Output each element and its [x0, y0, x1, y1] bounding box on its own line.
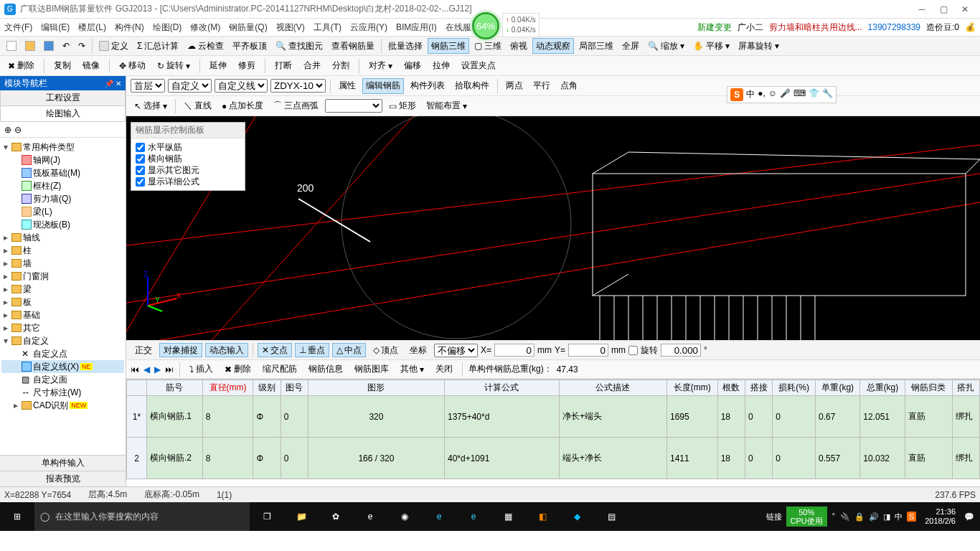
- view-rebar-button[interactable]: 查看钢筋量: [328, 38, 378, 54]
- rebar-lib-button[interactable]: 钢筋图库: [351, 362, 392, 377]
- floor-select[interactable]: 首层: [131, 79, 165, 93]
- rebar-info-button[interactable]: 钢筋信息: [305, 362, 347, 377]
- close-table-button[interactable]: 关闭: [432, 362, 456, 377]
- screen-rotate-button[interactable]: 屏幕旋转 ▾: [735, 38, 783, 54]
- tray-up-icon[interactable]: ˄: [831, 512, 836, 522]
- define-button[interactable]: 定义: [95, 38, 132, 54]
- select-button[interactable]: ↖ 选择 ▾: [131, 98, 171, 114]
- menu-rebar[interactable]: 钢筋量(Q): [229, 22, 267, 34]
- ime-emoji-icon[interactable]: ☺: [768, 88, 777, 101]
- stretch-button[interactable]: 拉伸: [429, 58, 453, 74]
- rebar-display-panel[interactable]: 钢筋显示控制面板 水平纵筋 横向钢筋 显示其它图元 显示详细公式: [131, 122, 245, 191]
- menu-tools[interactable]: 工具(T): [314, 22, 341, 34]
- tray-power-icon[interactable]: 🔌: [840, 512, 850, 522]
- tray-volume-icon[interactable]: 🔊: [869, 512, 879, 522]
- other-button[interactable]: 其他 ▾: [397, 362, 428, 377]
- sum-button[interactable]: Σ 汇总计算: [133, 38, 182, 54]
- two-point-button[interactable]: 两点: [502, 78, 527, 94]
- dyn-toggle[interactable]: 动态输入: [205, 343, 248, 357]
- tab-single-input[interactable]: 单构件输入: [0, 455, 126, 471]
- minimize-button[interactable]: ─: [911, 1, 933, 18]
- app-icon-2[interactable]: ▦: [491, 502, 525, 531]
- sogou-icon[interactable]: S: [730, 88, 743, 101]
- mid-snap[interactable]: △ 中点: [332, 343, 366, 357]
- expand-icon[interactable]: ⊕: [4, 125, 11, 135]
- last-icon[interactable]: ⏭: [165, 364, 174, 375]
- explorer-icon[interactable]: 📁: [284, 502, 319, 531]
- opt-detail[interactable]: 显示详细公式: [136, 176, 240, 187]
- edit-rebar-button[interactable]: 编辑钢筋: [362, 78, 404, 94]
- ime-toolbar[interactable]: S 中 ●, ☺ 🎤 ⌨ 👕 🔧: [727, 86, 837, 103]
- table-row[interactable]: 2 横向钢筋.28 Φ0 166 / 320 40*d+1091端头+净长 14…: [127, 438, 980, 479]
- split-button[interactable]: 分割: [329, 58, 353, 74]
- opt-trans[interactable]: 横向钢筋: [136, 153, 240, 164]
- local-3d-button[interactable]: 局部三维: [575, 38, 617, 54]
- memory-widget[interactable]: 64%: [470, 10, 501, 42]
- pan-button[interactable]: ✋ 平移 ▾: [689, 38, 733, 54]
- offset-mode[interactable]: 不偏移: [434, 344, 478, 357]
- offset-button[interactable]: 偏移: [400, 58, 425, 74]
- tray-link[interactable]: 链接: [766, 512, 782, 522]
- tab-draw-input[interactable]: 绘图输入: [0, 106, 126, 122]
- arc-mode-select[interactable]: [325, 99, 382, 113]
- opt-other[interactable]: 显示其它图元: [136, 164, 240, 176]
- rebar-table[interactable]: 筋号 直径(mm) 级别图号 图形 计算公式 公式描述 长度(mm)根数 搭接损…: [126, 379, 980, 486]
- maximize-button[interactable]: ▢: [933, 1, 954, 18]
- grip-button[interactable]: 设置夹点: [458, 58, 499, 74]
- tray-ime[interactable]: 中: [895, 512, 903, 522]
- pin-icon[interactable]: 📌 ✕: [105, 80, 121, 88]
- ortho-toggle[interactable]: 正交: [131, 343, 156, 357]
- top-view-button[interactable]: 俯视: [507, 38, 531, 54]
- arc-button[interactable]: ⌒ 三点画弧: [270, 98, 322, 114]
- point-length-button[interactable]: ● 点加长度: [218, 98, 267, 114]
- redo-icon[interactable]: ↷: [75, 38, 89, 54]
- smart-layout-button[interactable]: 智能布置 ▾: [423, 98, 471, 114]
- ime-settings-icon[interactable]: 🔧: [822, 88, 833, 101]
- end-snap[interactable]: ◇ 顶点: [369, 343, 402, 357]
- rect-button[interactable]: ▭ 矩形: [385, 98, 420, 114]
- close-button[interactable]: ✕: [954, 1, 976, 18]
- tray-lock-icon[interactable]: 🔒: [854, 512, 864, 522]
- edge-icon[interactable]: e: [353, 502, 387, 531]
- rebar-3d-button[interactable]: 钢筋三维: [428, 38, 469, 54]
- flush-slab-button[interactable]: 平齐板顶: [229, 38, 270, 54]
- tray-clock[interactable]: 21:362018/2/6: [920, 507, 960, 526]
- copy-button[interactable]: 复制: [50, 58, 75, 74]
- line-button[interactable]: ＼ 直线: [180, 98, 215, 114]
- perp-snap[interactable]: ⊥ 垂点: [295, 343, 329, 357]
- cross-snap[interactable]: ✕ 交点: [258, 343, 292, 357]
- x-input[interactable]: [494, 344, 534, 357]
- break-button[interactable]: 打断: [271, 58, 296, 74]
- next-icon[interactable]: ▶: [154, 364, 161, 375]
- taskbar-search[interactable]: ◯ 在这里输入你要搜索的内容: [34, 502, 250, 531]
- app-icon-4[interactable]: ◆: [560, 502, 594, 531]
- menu-bim[interactable]: BIM应用(I): [396, 22, 437, 34]
- scale-button[interactable]: 缩尺配筋: [259, 362, 301, 377]
- user-id[interactable]: 13907298339: [868, 22, 920, 32]
- ime-keyboard-icon[interactable]: ⌨: [793, 88, 806, 101]
- pick-button[interactable]: 拾取构件: [451, 78, 493, 94]
- menu-file[interactable]: 文件(F): [4, 22, 32, 34]
- menu-draw[interactable]: 绘图(D): [153, 22, 182, 34]
- menu-view[interactable]: 视图(V): [276, 22, 305, 34]
- open-icon[interactable]: [22, 38, 39, 54]
- tray-sogou-icon[interactable]: S: [907, 512, 916, 522]
- cpu-widget[interactable]: 50%CPU使用: [786, 507, 827, 527]
- tray-notifications-icon[interactable]: 💬: [964, 512, 974, 522]
- start-button[interactable]: ⊞: [0, 502, 34, 531]
- collapse-icon[interactable]: ⊖: [14, 125, 22, 135]
- move-button[interactable]: ✥ 移动: [116, 58, 149, 74]
- first-icon[interactable]: ⏮: [131, 364, 139, 375]
- tab-project-settings[interactable]: 工程设置: [0, 90, 126, 106]
- app-icon-1[interactable]: ✿: [319, 502, 353, 531]
- angle-input[interactable]: [661, 344, 701, 357]
- cloud-check-button[interactable]: ☁ 云检查: [184, 38, 227, 54]
- tree-selected-item[interactable]: 自定义线(X)NE: [1, 360, 124, 373]
- menu-cloud[interactable]: 云应用(Y): [350, 22, 387, 34]
- guang-button[interactable]: 广小二: [738, 22, 763, 34]
- ie-icon[interactable]: e: [456, 502, 491, 531]
- browser-icon[interactable]: ◉: [387, 502, 422, 531]
- menu-edit[interactable]: 编辑(E): [41, 22, 70, 34]
- delete-button[interactable]: ✖ 删除: [4, 58, 38, 74]
- batch-select-button[interactable]: 批量选择: [385, 38, 426, 54]
